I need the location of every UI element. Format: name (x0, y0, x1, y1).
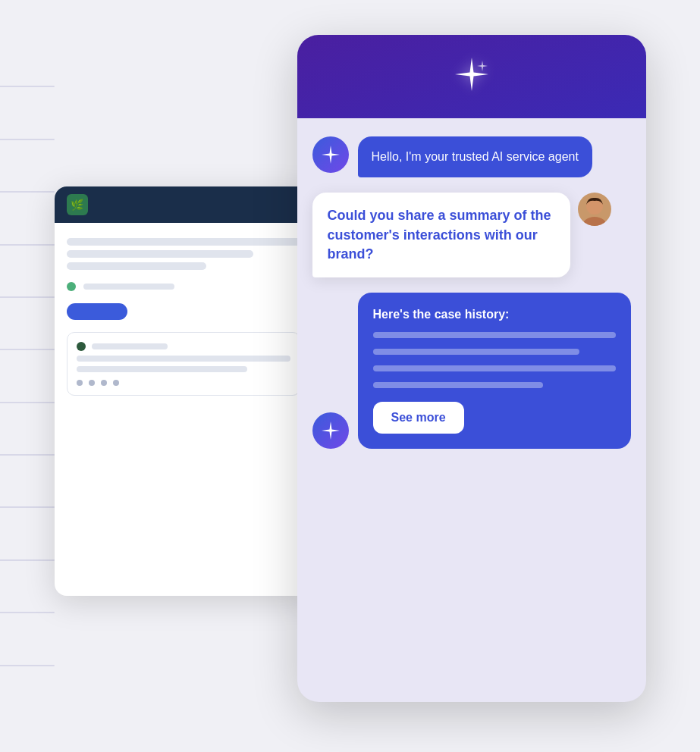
h-line (0, 296, 55, 298)
case-line (373, 365, 616, 371)
bg-line (83, 284, 174, 290)
bg-crm-card: 🌿 (55, 186, 312, 596)
bg-card-body (55, 223, 312, 411)
decorative-lines (0, 35, 55, 717)
case-line (373, 382, 543, 388)
bg-line (92, 343, 168, 349)
h-line (0, 402, 55, 403)
bg-card-header: 🌿 (55, 186, 312, 223)
bg-line (67, 262, 207, 270)
dark-dot (77, 342, 86, 351)
h-line (0, 86, 55, 87)
case-history-title: Here's the case history: (373, 308, 616, 321)
case-line (373, 332, 616, 338)
crm-logo: 🌿 (67, 194, 88, 215)
h-line (0, 191, 55, 193)
user-question-bubble: Could you share a summary of the custome… (312, 193, 570, 277)
mini-dot (113, 380, 119, 386)
h-line (0, 506, 55, 508)
bg-line (67, 250, 253, 258)
ai-message-row: Hello, I'm your trusted AI service agent (312, 136, 631, 177)
user-question-text: Could you share a summary of the custome… (328, 208, 551, 261)
h-line (0, 454, 55, 456)
status-dot (67, 282, 76, 291)
mini-dot (101, 380, 107, 386)
ai-response-row: Here's the case history: See more (312, 293, 631, 449)
mini-dot (77, 380, 83, 386)
user-message-row: Could you share a summary of the custome… (312, 193, 631, 277)
header-sparkle-icon (454, 56, 490, 98)
ai-avatar (312, 136, 349, 173)
user-avatar (578, 193, 611, 226)
bg-line (77, 356, 290, 362)
dots-row (77, 380, 290, 386)
bg-line (67, 238, 300, 246)
chat-body: Hello, I'm your trusted AI service agent… (297, 118, 646, 702)
line-group-1 (67, 238, 300, 270)
bg-box (67, 332, 300, 396)
h-line (0, 612, 55, 613)
status-row (67, 282, 300, 291)
ai-greeting-bubble: Hello, I'm your trusted AI service agent (358, 136, 592, 177)
bg-button (67, 303, 127, 320)
scene: 🌿 (55, 35, 646, 717)
bg-line (77, 366, 248, 372)
svg-point-1 (582, 217, 607, 226)
h-line (0, 559, 55, 561)
h-line (0, 244, 55, 246)
case-line (373, 349, 579, 355)
ai-greeting-text: Hello, I'm your trusted AI service agent (372, 150, 579, 163)
h-line (0, 349, 55, 350)
chat-header (297, 35, 646, 118)
ai-avatar-bottom (312, 412, 349, 449)
case-history-bubble: Here's the case history: See more (358, 293, 631, 449)
box-header-row (77, 342, 290, 351)
mini-dot (89, 380, 95, 386)
h-line (0, 665, 55, 666)
chat-card: Hello, I'm your trusted AI service agent… (297, 35, 646, 702)
see-more-button[interactable]: See more (373, 402, 464, 434)
h-line (0, 139, 55, 140)
